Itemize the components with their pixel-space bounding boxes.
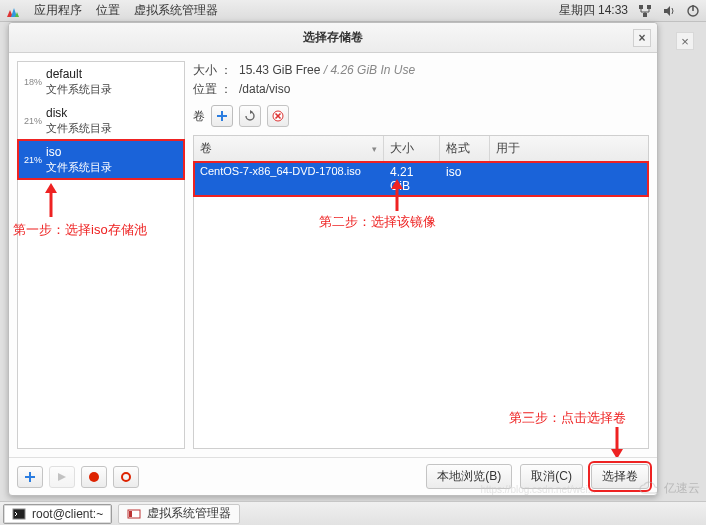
start-pool-button[interactable] bbox=[49, 466, 75, 488]
volume-toolbar-label: 卷 bbox=[193, 108, 205, 125]
background-window-close[interactable]: × bbox=[676, 32, 694, 50]
col-header-format[interactable]: 格式 bbox=[440, 136, 490, 161]
vmm-icon bbox=[127, 507, 141, 521]
cell-size: 4.21 GiB bbox=[384, 162, 440, 196]
task-terminal[interactable]: root@client:~ bbox=[3, 504, 112, 524]
size-label: 大小 ： bbox=[193, 63, 232, 77]
cell-name: CentOS-7-x86_64-DVD-1708.iso bbox=[194, 162, 384, 196]
power-icon[interactable] bbox=[686, 4, 700, 18]
volume-table: 卷▾ 大小 格式 用于 CentOS-7-x86_64-DVD-1708.iso… bbox=[193, 135, 649, 449]
dialog-close-button[interactable]: × bbox=[633, 29, 651, 47]
storage-volume-dialog: 选择存储卷 × 18% default文件系统目录 21% disk文件系统目录… bbox=[8, 22, 658, 496]
storage-pool-list[interactable]: 18% default文件系统目录 21% disk文件系统目录 21% iso… bbox=[17, 61, 185, 449]
pool-name: default bbox=[46, 66, 112, 82]
system-topbar: 应用程序 位置 虚拟系统管理器 星期四 14:33 bbox=[0, 0, 706, 22]
delete-pool-button[interactable] bbox=[113, 466, 139, 488]
pool-default[interactable]: 18% default文件系统目录 bbox=[18, 62, 184, 101]
svg-rect-1 bbox=[647, 5, 651, 9]
add-pool-button[interactable] bbox=[17, 466, 43, 488]
delete-volume-button[interactable] bbox=[267, 105, 289, 127]
size-used: 4.26 GiB In Use bbox=[330, 63, 415, 77]
watermark-url: https://blog.csdn.net/wei... bbox=[480, 484, 596, 495]
col-header-name[interactable]: 卷▾ bbox=[194, 136, 384, 161]
pool-name: iso bbox=[46, 144, 112, 160]
svg-rect-2 bbox=[643, 13, 647, 17]
add-volume-button[interactable] bbox=[211, 105, 233, 127]
topbar-menu-places[interactable]: 位置 bbox=[96, 2, 120, 19]
pool-disk[interactable]: 21% disk文件系统目录 bbox=[18, 101, 184, 140]
dialog-titlebar: 选择存储卷 × bbox=[9, 23, 657, 53]
cell-format: iso bbox=[440, 162, 490, 196]
pool-desc: 文件系统目录 bbox=[46, 121, 112, 136]
col-header-size[interactable]: 大小 bbox=[384, 136, 440, 161]
pool-name: disk bbox=[46, 105, 112, 121]
volume-icon[interactable] bbox=[662, 4, 676, 18]
task-vmm[interactable]: 虚拟系统管理器 bbox=[118, 504, 240, 524]
loc-label: 位置 ： bbox=[193, 82, 232, 96]
size-free: 15.43 GiB Free bbox=[239, 63, 320, 77]
task-label: root@client:~ bbox=[32, 507, 103, 521]
pool-desc: 文件系统目录 bbox=[46, 160, 112, 175]
table-header: 卷▾ 大小 格式 用于 bbox=[194, 136, 648, 162]
activities-icon bbox=[6, 4, 20, 18]
network-icon[interactable] bbox=[638, 4, 652, 18]
watermark-brand: 亿速云 bbox=[638, 480, 700, 497]
svg-rect-11 bbox=[13, 509, 25, 519]
topbar-clock: 星期四 14:33 bbox=[559, 2, 628, 19]
terminal-icon bbox=[12, 507, 26, 521]
svg-rect-0 bbox=[639, 5, 643, 9]
col-header-used-by[interactable]: 用于 bbox=[490, 136, 648, 161]
pool-usage: 18% bbox=[20, 77, 42, 87]
stop-pool-button[interactable] bbox=[81, 466, 107, 488]
dialog-title: 选择存储卷 bbox=[303, 29, 363, 46]
refresh-volume-button[interactable] bbox=[239, 105, 261, 127]
topbar-menu-vmm[interactable]: 虚拟系统管理器 bbox=[134, 2, 218, 19]
cell-used-by bbox=[490, 162, 648, 196]
pool-usage: 21% bbox=[20, 155, 42, 165]
table-row[interactable]: CentOS-7-x86_64-DVD-1708.iso 4.21 GiB is… bbox=[194, 162, 648, 196]
volume-panel: 大小 ： 15.43 GiB Free / 4.26 GiB In Use 位置… bbox=[193, 61, 649, 449]
pool-desc: 文件系统目录 bbox=[46, 82, 112, 97]
pool-usage: 21% bbox=[20, 116, 42, 126]
pool-iso[interactable]: 21% iso文件系统目录 bbox=[18, 140, 184, 179]
loc-value: /data/viso bbox=[239, 82, 290, 96]
task-label: 虚拟系统管理器 bbox=[147, 505, 231, 522]
svg-rect-13 bbox=[129, 511, 132, 517]
topbar-menu-apps[interactable]: 应用程序 bbox=[34, 2, 82, 19]
taskbar: root@client:~ 虚拟系统管理器 bbox=[0, 501, 706, 525]
